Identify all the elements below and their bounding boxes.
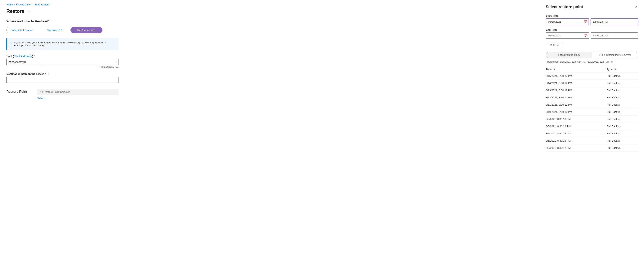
- host-label: Host (Can't find Host?) *: [6, 55, 118, 58]
- cell-type: Full Backup: [607, 80, 638, 87]
- cant-find-host-link[interactable]: Can't find Host?: [14, 55, 32, 58]
- table-row[interactable]: 8/15/2021, 8:30:13 PM Full Backup: [546, 72, 638, 80]
- cell-time: 8/10/2021, 8:30:12 PM: [546, 108, 607, 116]
- table-row[interactable]: 8/9/2021, 8:30:13 PM Full Backup: [546, 116, 638, 123]
- cell-time: 8/5/2021, 8:30:12 PM: [546, 144, 607, 152]
- cell-type: Full Backup: [607, 94, 638, 101]
- cell-type: Full Backup: [607, 130, 638, 137]
- end-time-label: End Time: [546, 28, 638, 31]
- type-sort-icon[interactable]: ⇅: [614, 68, 616, 70]
- view-toggle: Logs (Point in Time) Full & Differential…: [546, 52, 638, 58]
- breadcrumb-backup-center[interactable]: Backup center: [16, 3, 32, 6]
- cell-type: Full Backup: [607, 72, 638, 80]
- dest-path-required-marker: *: [45, 72, 46, 75]
- page-title: Restore: [6, 8, 24, 14]
- table-row[interactable]: 8/13/2021, 8:30:12 PM Full Backup: [546, 87, 638, 94]
- panel-header: Select restore point ×: [546, 4, 638, 10]
- cell-type: Full Backup: [607, 108, 638, 116]
- end-time-group: End Time 📅: [546, 28, 638, 39]
- host-field-group: Host (Can't find Host?) * hanasnapcvt01 …: [6, 55, 118, 68]
- breadcrumb: Home › Backup center › Start: Restore ›: [6, 3, 533, 6]
- host-select-wrapper: hanasnapcvt01 ▾: [6, 59, 118, 65]
- cell-time: 8/8/2021, 8:30:12 PM: [546, 123, 607, 130]
- destination-path-field-group: Destination path on the server * ⓘ: [6, 72, 118, 83]
- ellipsis-button[interactable]: ···: [26, 9, 32, 14]
- cell-time: 8/12/2021, 8:30:12 PM: [546, 94, 607, 101]
- panel-title: Select restore point: [546, 4, 583, 9]
- table-row[interactable]: 8/8/2021, 8:30:12 PM Full Backup: [546, 123, 638, 130]
- end-date-input[interactable]: [546, 32, 589, 39]
- end-date-wrapper: 📅: [546, 32, 589, 39]
- start-time-input[interactable]: [590, 18, 638, 25]
- cell-time: 8/9/2021, 8:30:13 PM: [546, 116, 607, 123]
- cell-time: 8/14/2021, 8:30:12 PM: [546, 80, 607, 87]
- page-title-row: Restore ···: [6, 8, 533, 14]
- select-restore-point-link[interactable]: Select: [37, 97, 44, 100]
- breadcrumb-sep1: ›: [14, 3, 15, 6]
- col-header-type: Type ⇅: [607, 66, 638, 72]
- destination-path-label: Destination path on the server * ⓘ: [6, 72, 118, 76]
- table-row[interactable]: 8/7/2021, 8:30:13 PM Full Backup: [546, 130, 638, 137]
- tab-restore-as-files[interactable]: Restore as files: [70, 27, 102, 33]
- cell-type: Full Backup: [607, 137, 638, 144]
- table-row[interactable]: 8/11/2021, 8:30:12 PM Full Backup: [546, 101, 638, 108]
- tab-alternate-location[interactable]: Alternate Location: [6, 27, 38, 33]
- restore-point-value-group: No Restore Point Selected Select: [37, 89, 118, 100]
- cell-time: 8/13/2021, 8:30:12 PM: [546, 87, 607, 94]
- start-time-group: Start Time 📅: [546, 14, 638, 25]
- start-time-label: Start Time: [546, 14, 638, 17]
- restore-point-label: Restore Point: [6, 89, 32, 94]
- start-time-row: 📅: [546, 18, 638, 25]
- info-icon: ℹ: [10, 41, 12, 47]
- section-heading: Where and how to Restore?: [6, 19, 533, 23]
- host-required-marker: *: [34, 55, 35, 58]
- host-select[interactable]: hanasnapcvt01: [6, 59, 118, 65]
- start-date-wrapper: 📅: [546, 18, 589, 25]
- filter-text: Filtered from 3/30/2021, 12:57:24 PM - 1…: [546, 60, 638, 63]
- time-sort-icon[interactable]: ⇅: [553, 68, 555, 70]
- left-panel: Home › Backup center › Start: Restore › …: [0, 0, 540, 271]
- cell-time: 8/11/2021, 8:30:12 PM: [546, 101, 607, 108]
- restore-mode-tabs: Alternate Location Overwrite DB Restore …: [6, 27, 102, 33]
- close-button[interactable]: ×: [634, 4, 638, 10]
- cell-type: Full Backup: [607, 116, 638, 123]
- refresh-button[interactable]: Refresh: [546, 42, 563, 48]
- breadcrumb-sep2: ›: [33, 3, 34, 6]
- restore-points-table: Time ⇅ Type ⇅ 8/15/2021, 8:30:13 PM Full…: [546, 66, 638, 152]
- table-row[interactable]: 8/6/2021, 8:30:13 PM Full Backup: [546, 137, 638, 144]
- table-header-row: Time ⇅ Type ⇅: [546, 66, 638, 72]
- right-panel: Select restore point × Start Time 📅 End …: [540, 0, 644, 271]
- host-hint: HanaSnapCVT01: [6, 65, 118, 68]
- breadcrumb-home[interactable]: Home: [6, 3, 13, 6]
- cell-type: Full Backup: [607, 87, 638, 94]
- table-row[interactable]: 8/5/2021, 8:30:12 PM Full Backup: [546, 144, 638, 152]
- tab-overwrite-db[interactable]: Overwrite DB: [38, 27, 70, 33]
- info-box: ℹ If you don't see your SAP HANA Server …: [6, 38, 118, 50]
- cell-time: 8/15/2021, 8:30:13 PM: [546, 72, 607, 80]
- start-date-input[interactable]: [546, 18, 589, 25]
- col-header-time: Time ⇅: [546, 66, 607, 72]
- tab-full-differential[interactable]: Full & Differential/Incremental: [592, 52, 638, 58]
- cell-type: Full Backup: [607, 144, 638, 152]
- destination-path-input[interactable]: [6, 77, 118, 83]
- breadcrumb-sep3: ›: [51, 3, 52, 6]
- breadcrumb-start-restore[interactable]: Start: Restore: [35, 3, 50, 6]
- info-text: If you don't see your SAP HANA Server in…: [14, 41, 115, 47]
- dest-path-info-icon: ⓘ: [47, 72, 49, 75]
- restore-table-body: 8/15/2021, 8:30:13 PM Full Backup 8/14/2…: [546, 72, 638, 152]
- cell-type: Full Backup: [607, 123, 638, 130]
- restore-point-section: Restore Point No Restore Point Selected …: [6, 89, 118, 100]
- cell-time: 8/6/2021, 8:30:13 PM: [546, 137, 607, 144]
- table-row[interactable]: 8/14/2021, 8:30:12 PM Full Backup: [546, 80, 638, 87]
- cell-type: Full Backup: [607, 101, 638, 108]
- cell-time: 8/7/2021, 8:30:13 PM: [546, 130, 607, 137]
- end-time-row: 📅: [546, 32, 638, 39]
- end-time-input[interactable]: [591, 32, 638, 39]
- tab-logs-point-in-time[interactable]: Logs (Point in Time): [546, 52, 592, 58]
- table-row[interactable]: 8/10/2021, 8:30:12 PM Full Backup: [546, 108, 638, 116]
- table-row[interactable]: 8/12/2021, 8:30:12 PM Full Backup: [546, 94, 638, 101]
- restore-point-display: No Restore Point Selected: [37, 89, 118, 95]
